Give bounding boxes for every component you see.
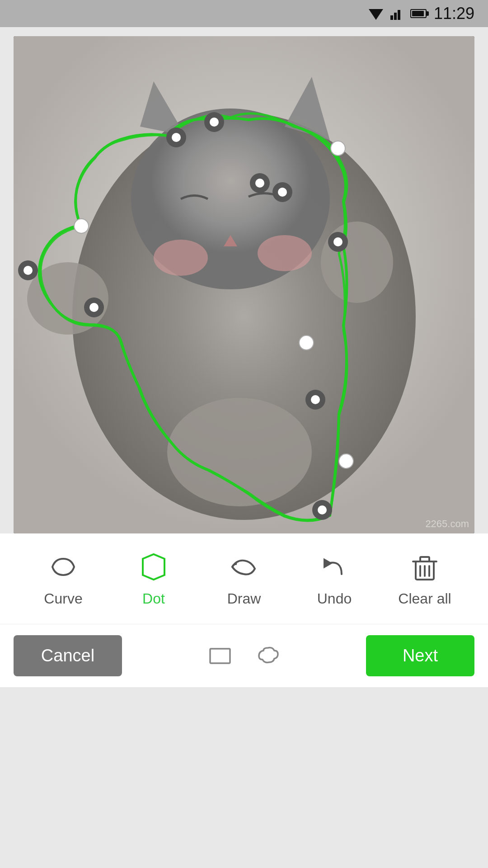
tool-dot[interactable]: Dot xyxy=(120,551,188,607)
svg-point-13 xyxy=(321,222,393,303)
image-editor[interactable]: 2265.com xyxy=(14,36,474,533)
status-bar: 11:29 xyxy=(0,0,488,27)
draw-icon xyxy=(228,551,260,583)
bottom-bar: Cancel Next xyxy=(0,624,488,687)
cat-silhouette xyxy=(14,36,474,533)
tool-clear-all[interactable]: Clear all xyxy=(391,551,459,607)
svg-rect-40 xyxy=(420,557,429,561)
dot-icon xyxy=(137,551,170,583)
svg-rect-2 xyxy=(394,13,397,20)
dot-label: Dot xyxy=(142,590,165,607)
svg-rect-3 xyxy=(398,10,400,20)
svg-point-12 xyxy=(27,262,108,335)
clear-all-label: Clear all xyxy=(398,590,451,607)
svg-marker-0 xyxy=(369,9,383,20)
svg-point-11 xyxy=(258,235,312,271)
undo-label: Undo xyxy=(317,590,352,607)
cancel-button[interactable]: Cancel xyxy=(14,635,122,676)
battery-icon xyxy=(410,9,427,18)
freeform-icon[interactable] xyxy=(255,643,281,669)
next-button[interactable]: Next xyxy=(366,635,474,676)
svg-rect-44 xyxy=(210,649,230,663)
status-icons: 11:29 xyxy=(369,4,474,23)
tool-undo[interactable]: Undo xyxy=(300,551,368,607)
trash-icon xyxy=(408,551,441,583)
curve-label: Curve xyxy=(44,590,82,607)
curve-icon xyxy=(47,551,80,583)
cat-image xyxy=(14,36,474,533)
svg-marker-37 xyxy=(324,560,331,567)
toolbar: Curve Dot Draw Undo xyxy=(0,533,488,624)
svg-rect-1 xyxy=(390,15,393,20)
tool-curve[interactable]: Curve xyxy=(29,551,97,607)
rectangle-icon[interactable] xyxy=(207,643,233,669)
bottom-icons xyxy=(207,643,281,669)
status-time: 11:29 xyxy=(434,4,474,23)
wifi-icon xyxy=(369,7,383,20)
watermark: 2265.com xyxy=(425,518,469,530)
svg-marker-36 xyxy=(143,554,164,580)
svg-point-14 xyxy=(167,398,312,506)
draw-label: Draw xyxy=(227,590,261,607)
tool-draw[interactable]: Draw xyxy=(210,551,278,607)
undo-icon xyxy=(318,551,351,583)
svg-point-10 xyxy=(154,240,208,276)
signal-icon xyxy=(390,7,403,20)
